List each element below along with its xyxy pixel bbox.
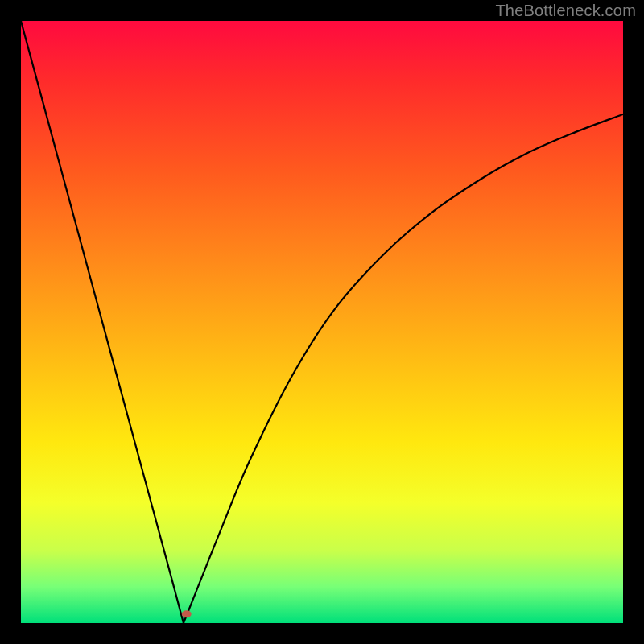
marker-dot: [182, 610, 192, 617]
plot-area: [21, 21, 623, 623]
gradient-background: [21, 21, 623, 623]
chart-svg: [21, 21, 623, 623]
chart-frame: TheBottleneck.com: [0, 0, 644, 644]
credit-label: TheBottleneck.com: [495, 2, 636, 20]
